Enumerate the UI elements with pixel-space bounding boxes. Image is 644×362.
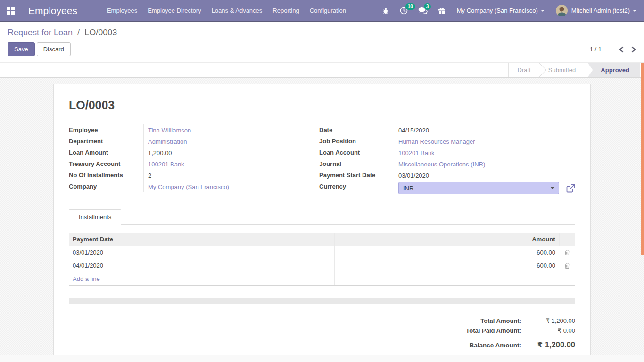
payment-date-cell[interactable]: 04/01/2020 — [69, 259, 335, 272]
breadcrumb-parent-link[interactable]: Request for Loan — [8, 28, 73, 37]
save-button[interactable]: Save — [8, 42, 35, 56]
total-paid-amount-value: ₹ 0.00 — [534, 327, 575, 334]
balance-amount-label: Balance Amount: — [469, 342, 521, 349]
menu-item-employees[interactable]: Employees — [102, 0, 142, 22]
company-name: My Company (San Francisco) — [457, 7, 538, 14]
delete-row-trash-icon[interactable] — [563, 249, 571, 256]
field-label: Job Position — [319, 136, 394, 147]
total-amount-label: Total Amount: — [480, 317, 521, 324]
messages-count-badge: 3 — [424, 3, 431, 10]
total-paid-amount-row: Total Paid Amount: ₹ 0.00 — [466, 326, 575, 336]
menu-item-reporting[interactable]: Reporting — [267, 0, 304, 22]
select-caret-icon — [551, 187, 554, 189]
table-row[interactable]: 04/01/2020 600.00 — [69, 259, 575, 272]
table-row[interactable]: 03/01/2020 600.00 — [69, 246, 575, 259]
balance-amount-row: Balance Amount: ₹ 1,200.00 — [469, 336, 575, 351]
navbar-systray: 10 3 My Company (San Francisco) Mitchell… — [372, 5, 636, 16]
journal-link[interactable]: Miscellaneous Operations (INR) — [398, 161, 485, 168]
debug-bug-icon[interactable] — [382, 7, 389, 15]
breadcrumb: Request for Loan / LO/0003 — [0, 22, 644, 40]
treasury-account-link[interactable]: 100201 Bank — [148, 161, 184, 168]
field-loan-account: Loan Account 100201 Bank — [319, 147, 575, 158]
status-step-approved[interactable]: Approved — [587, 63, 640, 77]
department-link[interactable]: Administration — [148, 138, 187, 145]
installments-count-input[interactable]: 2 — [148, 172, 151, 179]
currency-select[interactable]: INR — [398, 182, 559, 194]
field-date: Date 04/15/2020 — [319, 124, 575, 136]
messages-chat-icon[interactable]: 3 — [418, 7, 428, 15]
delete-row-trash-icon[interactable] — [563, 263, 571, 269]
employee-link[interactable]: Tina Williamson — [148, 127, 191, 134]
pager-next-icon[interactable] — [631, 46, 636, 53]
status-steps: Draft Submitted Approved — [508, 63, 640, 77]
payment-start-date-input[interactable]: 03/01/2020 — [398, 172, 429, 179]
record-title: LO/0003 — [69, 99, 575, 112]
horizontal-scrollbar[interactable] — [69, 298, 575, 304]
tab-installments[interactable]: Installments — [69, 209, 121, 225]
field-label: Loan Amount — [69, 147, 143, 158]
pager-previous-icon[interactable] — [619, 46, 624, 53]
company-switcher[interactable]: My Company (San Francisco) — [457, 7, 545, 14]
apps-menu-icon[interactable] — [4, 4, 18, 18]
menu-item-employee-directory[interactable]: Employee Directory — [142, 0, 206, 22]
amount-cell[interactable]: 600.00 — [335, 246, 559, 259]
field-currency: Currency INR — [319, 181, 575, 195]
total-amount-value: ₹ 1,200.00 — [534, 317, 575, 324]
payment-date-cell[interactable]: 03/01/2020 — [69, 246, 335, 259]
loan-amount-input[interactable]: 1,200.00 — [148, 149, 172, 156]
field-label: Company — [69, 181, 143, 192]
user-menu[interactable]: Mitchell Admin (test2) — [556, 5, 636, 16]
field-group-left: Employee Tina Williamson Department Admi… — [69, 124, 301, 195]
gift-icon[interactable] — [438, 7, 446, 15]
column-header-payment-date[interactable]: Payment Date — [69, 233, 335, 246]
loan-account-link[interactable]: 100201 Bank — [398, 149, 435, 156]
company-link[interactable]: My Company (San Francisco) — [148, 183, 229, 190]
menu-item-configuration[interactable]: Configuration — [305, 0, 351, 22]
discard-button[interactable]: Discard — [37, 42, 71, 56]
app-brand[interactable]: Employees — [28, 5, 77, 16]
date-input[interactable]: 04/15/2020 — [398, 127, 429, 134]
table-header-row: Payment Date Amount — [69, 233, 575, 246]
activities-clock-icon[interactable]: 10 — [400, 7, 408, 15]
breadcrumb-current: LO/0003 — [84, 28, 117, 37]
balance-amount-value: ₹ 1,200.00 — [534, 338, 575, 349]
control-panel: Request for Loan / LO/0003 Save Discard … — [0, 22, 644, 78]
field-loan-amount: Loan Amount 1,200.00 — [69, 147, 301, 158]
field-label: Employee — [69, 124, 143, 135]
job-position-link[interactable]: Human Resources Manager — [398, 138, 475, 145]
top-navbar: Employees Employees Employee Directory L… — [0, 0, 644, 22]
main-menu: Employees Employee Directory Loans & Adv… — [102, 0, 351, 22]
chevron-down-icon — [541, 10, 545, 12]
field-employee: Employee Tina Williamson — [69, 124, 301, 136]
external-link-icon[interactable] — [566, 184, 575, 193]
field-label: Treasury Account — [69, 158, 143, 169]
total-amount-row: Total Amount: ₹ 1,200.00 — [480, 316, 575, 326]
pager: 1 / 1 — [590, 46, 636, 53]
actions-row: Save Discard 1 / 1 — [0, 40, 644, 62]
notebook-tabs: Installments — [69, 209, 575, 225]
menu-item-loans-advances[interactable]: Loans & Advances — [206, 0, 268, 22]
field-label: Loan Account — [319, 147, 394, 158]
total-paid-amount-label: Total Paid Amount: — [466, 327, 521, 334]
user-avatar — [556, 5, 568, 16]
vertical-scrollbar-thumb[interactable] — [641, 63, 644, 255]
chevron-down-icon — [633, 10, 636, 12]
column-header-amount[interactable]: Amount — [335, 233, 559, 246]
breadcrumb-separator: / — [77, 28, 80, 37]
main-content: LO/0003 Employee Tina Williamson Departm… — [0, 78, 644, 355]
field-label: Currency — [319, 181, 394, 192]
field-label: Payment Start Date — [319, 170, 394, 181]
field-department: Department Administration — [69, 136, 301, 147]
column-header-actions — [559, 233, 575, 246]
add-a-line-link[interactable]: Add a line — [73, 275, 100, 282]
totals-section: Total Amount: ₹ 1,200.00 Total Paid Amou… — [69, 316, 575, 351]
field-label: Date — [319, 124, 394, 135]
amount-cell[interactable]: 600.00 — [335, 259, 559, 272]
field-label: Journal — [319, 158, 394, 169]
field-label: Department — [69, 136, 143, 147]
installments-table: Payment Date Amount 03/01/2020 600.00 04… — [69, 233, 575, 286]
currency-selected-value: INR — [403, 185, 413, 192]
field-payment-start-date: Payment Start Date 03/01/2020 — [319, 170, 575, 181]
field-treasury-account: Treasury Account 100201 Bank — [69, 158, 301, 170]
activities-count-badge: 10 — [405, 3, 415, 10]
